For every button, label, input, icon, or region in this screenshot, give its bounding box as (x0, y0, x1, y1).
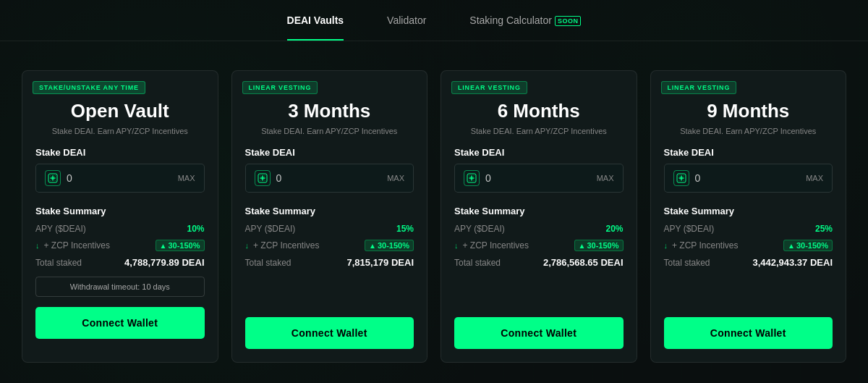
zcp-row-9-months: ↓ + ZCP Incentives ▲ 30-150% (664, 240, 833, 251)
nav-item-deai-vaults[interactable]: DEAI Vaults (287, 10, 344, 30)
zcp-badge-3-months: ▲ 30-150% (365, 240, 414, 251)
deai-icon-9-months (673, 170, 689, 186)
zcp-label-9-months: + ZCP Incentives (672, 240, 739, 251)
summary-title-6-months: Stake Summary (454, 206, 624, 216)
main-content: STAKE/UNSTAKE ANY TIMEOpen VaultStake DE… (0, 41, 868, 383)
total-label-3-months: Total staked (245, 258, 292, 268)
stake-input-wrap-9-months[interactable]: 0MAX (664, 164, 833, 193)
max-button-open-vault[interactable]: MAX (178, 174, 195, 182)
zcp-row-6-months: ↓ + ZCP Incentives ▲ 30-150% (454, 240, 624, 251)
card-subtitle-open-vault: Stake DEAI. Earn APY/ZCP Incentives (35, 127, 205, 135)
card-badge-6-months: LINEAR VESTING (451, 81, 527, 94)
card-subtitle-6-months: Stake DEAI. Earn APY/ZCP Incentives (454, 127, 624, 135)
total-label-open-vault: Total staked (35, 258, 82, 268)
card-badge-open-vault: STAKE/UNSTAKE ANY TIME (33, 81, 145, 94)
nav-item-validator[interactable]: Validator (387, 10, 426, 30)
card-badge-3-months: LINEAR VESTING (242, 81, 318, 94)
apy-row-9-months: APY ($DEAI) 25% (664, 224, 833, 234)
stake-input-value-open-vault[interactable]: 0 (67, 172, 178, 184)
card-3-months: LINEAR VESTING3 MonthsStake DEAI. Earn A… (231, 70, 428, 363)
zcp-badge-open-vault: ▲ 30-150% (156, 240, 205, 251)
stake-input-value-3-months[interactable]: 0 (276, 172, 388, 184)
total-label-9-months: Total staked (664, 258, 710, 268)
zcp-arrow-6-months: ↓ (454, 241, 459, 250)
apy-label-6-months: APY ($DEAI) (454, 224, 505, 234)
stake-input-wrap-6-months[interactable]: 0MAX (454, 164, 624, 193)
zcp-badge-9-months: ▲ 30-150% (783, 240, 833, 251)
navigation: DEAI VaultsValidatorStaking CalculatorSO… (0, 0, 868, 41)
stake-label-open-vault: Stake DEAI (35, 147, 205, 158)
card-open-vault: STAKE/UNSTAKE ANY TIMEOpen VaultStake DE… (22, 70, 218, 363)
connect-wallet-button-6-months[interactable]: Connect Wallet (454, 317, 624, 349)
summary-title-3-months: Stake Summary (245, 206, 414, 216)
total-value-9-months: 3,442,943.37 DEAI (752, 257, 833, 268)
total-row-3-months: Total staked 7,815,179 DEAI (245, 257, 414, 268)
card-title-open-vault: Open Vault (35, 100, 205, 122)
zcp-label-wrap-9-months: ↓ + ZCP Incentives (664, 240, 739, 251)
zcp-row-open-vault: ↓ + ZCP Incentives ▲ 30-150% (35, 240, 205, 251)
total-label-6-months: Total staked (454, 258, 501, 268)
max-button-9-months[interactable]: MAX (806, 174, 823, 182)
total-row-6-months: Total staked 2,786,568.65 DEAI (454, 257, 624, 268)
card-body-3-months: 3 MonthsStake DEAI. Earn APY/ZCP Incenti… (232, 94, 427, 362)
max-button-6-months[interactable]: MAX (597, 174, 614, 182)
apy-label-9-months: APY ($DEAI) (664, 224, 715, 234)
stake-input-value-9-months[interactable]: 0 (695, 172, 807, 184)
nav-item-staking-calculator[interactable]: Staking CalculatorSOON (469, 10, 581, 30)
zcp-badge-arrow-9-months: ▲ (788, 242, 795, 250)
apy-label-open-vault: APY ($DEAI) (35, 224, 86, 234)
card-title-3-months: 3 Months (245, 100, 414, 122)
apy-row-open-vault: APY ($DEAI) 10% (35, 224, 205, 234)
stake-input-wrap-3-months[interactable]: 0MAX (245, 164, 414, 193)
zcp-value-3-months: 30-150% (378, 241, 409, 250)
withdrawal-box-open-vault: Withdrawal timeout: 10 days (35, 277, 205, 297)
apy-label-3-months: APY ($DEAI) (245, 224, 296, 234)
deai-icon-open-vault (45, 170, 61, 186)
cards-grid: STAKE/UNSTAKE ANY TIMEOpen VaultStake DE… (22, 70, 846, 363)
zcp-value-6-months: 30-150% (587, 241, 618, 250)
summary-title-9-months: Stake Summary (664, 206, 833, 216)
deai-icon-6-months (464, 170, 480, 186)
spacer-9-months (664, 277, 833, 307)
soon-badge: SOON (555, 16, 582, 26)
total-row-open-vault: Total staked 4,788,779.89 DEAI (35, 257, 205, 268)
zcp-label-wrap-6-months: ↓ + ZCP Incentives (454, 240, 529, 251)
zcp-label-6-months: + ZCP Incentives (463, 240, 529, 251)
card-body-open-vault: Open VaultStake DEAI. Earn APY/ZCP Incen… (22, 94, 218, 352)
apy-row-6-months: APY ($DEAI) 20% (454, 224, 624, 234)
apy-value-3-months: 15% (396, 224, 414, 234)
stake-label-3-months: Stake DEAI (245, 147, 414, 158)
apy-value-open-vault: 10% (187, 224, 204, 234)
zcp-label-3-months: + ZCP Incentives (253, 240, 320, 251)
card-subtitle-9-months: Stake DEAI. Earn APY/ZCP Incentives (664, 127, 833, 135)
zcp-row-3-months: ↓ + ZCP Incentives ▲ 30-150% (245, 240, 414, 251)
card-body-6-months: 6 MonthsStake DEAI. Earn APY/ZCP Incenti… (441, 94, 637, 362)
stake-input-wrap-open-vault[interactable]: 0MAX (35, 164, 205, 193)
zcp-label-wrap-open-vault: ↓ + ZCP Incentives (35, 240, 110, 251)
card-title-6-months: 6 Months (454, 100, 624, 122)
apy-row-3-months: APY ($DEAI) 15% (245, 224, 414, 234)
zcp-arrow-9-months: ↓ (664, 241, 668, 250)
card-badge-9-months: LINEAR VESTING (661, 81, 737, 94)
total-value-open-vault: 4,788,779.89 DEAI (124, 257, 205, 268)
stake-label-9-months: Stake DEAI (664, 147, 833, 158)
summary-title-open-vault: Stake Summary (35, 206, 205, 216)
apy-value-6-months: 20% (605, 224, 623, 234)
deai-icon-3-months (255, 170, 271, 186)
zcp-label-open-vault: + ZCP Incentives (44, 240, 111, 251)
connect-wallet-button-3-months[interactable]: Connect Wallet (245, 317, 414, 349)
card-title-9-months: 9 Months (664, 100, 833, 122)
stake-input-value-6-months[interactable]: 0 (485, 172, 597, 184)
max-button-3-months[interactable]: MAX (387, 174, 404, 182)
connect-wallet-button-open-vault[interactable]: Connect Wallet (35, 307, 205, 339)
zcp-label-wrap-3-months: ↓ + ZCP Incentives (245, 240, 320, 251)
card-body-9-months: 9 MonthsStake DEAI. Earn APY/ZCP Incenti… (651, 94, 846, 362)
spacer-6-months (454, 277, 624, 307)
zcp-badge-arrow-6-months: ▲ (579, 242, 586, 250)
zcp-badge-arrow-open-vault: ▲ (160, 242, 167, 250)
zcp-arrow-open-vault: ↓ (35, 241, 40, 250)
zcp-badge-arrow-3-months: ▲ (369, 242, 376, 250)
connect-wallet-button-9-months[interactable]: Connect Wallet (664, 317, 833, 349)
card-9-months: LINEAR VESTING9 MonthsStake DEAI. Earn A… (650, 70, 847, 363)
zcp-value-open-vault: 30-150% (168, 241, 200, 250)
